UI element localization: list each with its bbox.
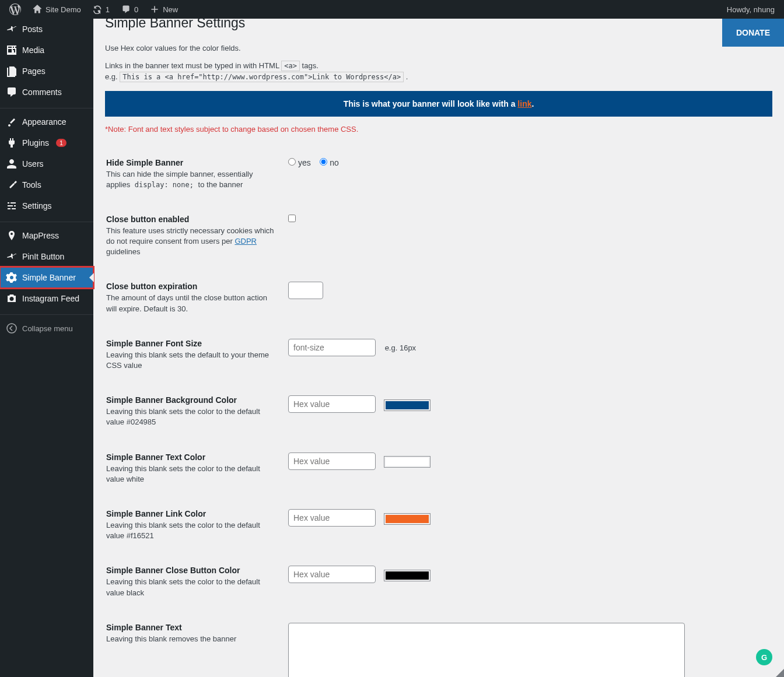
comment-icon <box>6 86 18 98</box>
banner-text-label: Simple Banner Text <box>106 623 275 632</box>
hide-yes-option[interactable]: yes <box>288 158 311 167</box>
close-color-input[interactable] <box>288 566 376 583</box>
settings-form: Hide Simple Banner This can hide the sim… <box>105 145 772 678</box>
close-exp-label: Close button expiration <box>106 282 275 291</box>
font-size-desc: Leaving this blank sets the default to y… <box>106 350 275 371</box>
font-size-label: Simple Banner Font Size <box>106 339 275 348</box>
menu-separator <box>0 219 93 222</box>
sidebar-label: Users <box>22 159 44 169</box>
comment-icon <box>121 5 131 14</box>
site-name-label: Site Demo <box>46 5 81 14</box>
comments-menu[interactable]: 0 <box>117 0 143 19</box>
bg-color-swatch[interactable] <box>384 399 430 411</box>
resize-handle[interactable] <box>776 669 784 677</box>
site-name-menu[interactable]: Site Demo <box>28 0 86 19</box>
grammarly-widget[interactable]: G <box>756 649 772 665</box>
theme-note: *Note: Font and text styles subject to c… <box>105 125 772 134</box>
media-icon <box>6 44 18 56</box>
link-color-input[interactable] <box>288 509 376 527</box>
sidebar-item-pinit[interactable]: PinIt Button <box>0 246 93 267</box>
bg-color-label: Simple Banner Background Color <box>106 395 275 405</box>
sidebar-item-posts[interactable]: Posts <box>0 19 93 40</box>
sidebar-item-comments[interactable]: Comments <box>0 82 93 103</box>
link-color-swatch[interactable] <box>384 513 430 525</box>
pin-icon <box>6 251 18 262</box>
sidebar-item-simple-banner[interactable]: Simple Banner <box>0 267 93 288</box>
sidebar-item-pages[interactable]: Pages <box>0 61 93 82</box>
font-size-input[interactable] <box>288 339 376 356</box>
donate-button[interactable]: DONATE <box>722 19 784 47</box>
svg-point-0 <box>7 324 16 333</box>
sidebar-label: MapPress <box>22 231 59 240</box>
banner-preview-link[interactable]: link <box>517 99 531 108</box>
hide-banner-desc: This can hide the simple banner, essenti… <box>106 169 275 190</box>
text-color-label: Simple Banner Text Color <box>106 452 275 462</box>
camera-icon <box>6 293 18 304</box>
sidebar-label: Comments <box>22 87 62 97</box>
collapse-menu-button[interactable]: Collapse menu <box>0 318 93 339</box>
hide-banner-label: Hide Simple Banner <box>106 158 275 167</box>
hide-no-option[interactable]: no <box>320 158 338 167</box>
text-color-swatch[interactable] <box>384 456 430 468</box>
intro-hex: Use Hex color values for the color field… <box>105 43 772 54</box>
close-btn-checkbox[interactable] <box>288 215 296 222</box>
gear-icon <box>6 272 18 283</box>
text-color-desc: Leaving this blank sets the color to the… <box>106 464 275 485</box>
sidebar-label: Tools <box>22 180 41 190</box>
bg-color-input[interactable] <box>288 395 376 413</box>
close-color-swatch[interactable] <box>384 570 430 581</box>
close-exp-desc: The amount of days until the close butto… <box>106 293 275 314</box>
sidebar-item-tools[interactable]: Tools <box>0 174 93 195</box>
main-content: Simple Banner Settings DONATE Use Hex co… <box>93 9 784 677</box>
text-color-input[interactable] <box>288 452 376 470</box>
gdpr-link[interactable]: GDPR <box>235 237 257 245</box>
sidebar-label: Plugins <box>22 138 49 148</box>
pin-icon <box>6 23 18 35</box>
plus-icon <box>150 5 159 14</box>
refresh-icon <box>93 5 102 14</box>
wp-logo-menu[interactable] <box>5 0 26 19</box>
close-btn-desc: This feature uses strictly necessary coo… <box>106 226 275 258</box>
account-menu[interactable]: Howdy, nhung <box>722 0 779 19</box>
banner-text-desc: Leaving this blank removes the banner <box>106 634 275 644</box>
comments-count: 0 <box>134 5 138 14</box>
menu-separator <box>0 312 93 315</box>
wrench-icon <box>6 179 18 191</box>
link-color-label: Simple Banner Link Color <box>106 509 275 518</box>
sidebar-item-media[interactable]: Media <box>0 40 93 61</box>
hide-no-radio[interactable] <box>320 158 327 166</box>
home-icon <box>33 5 42 14</box>
collapse-label: Collapse menu <box>22 324 73 333</box>
font-size-hint: e.g. 16px <box>385 343 416 352</box>
sidebar-item-settings[interactable]: Settings <box>0 195 93 216</box>
plugins-badge: 1 <box>56 139 66 147</box>
collapse-icon <box>6 322 18 334</box>
wordpress-icon <box>9 3 21 15</box>
howdy-label: Howdy, nhung <box>727 5 775 14</box>
close-exp-input[interactable] <box>288 282 323 299</box>
sidebar-label: Simple Banner <box>22 273 76 282</box>
sidebar-label: PinIt Button <box>22 252 64 261</box>
bg-color-desc: Leaving this blank sets the color to the… <box>106 406 275 427</box>
new-label: New <box>163 5 178 14</box>
sidebar-item-instagram[interactable]: Instagram Feed <box>0 288 93 309</box>
active-arrow <box>89 273 94 282</box>
brush-icon <box>6 116 18 128</box>
sidebar-item-plugins[interactable]: Plugins 1 <box>0 132 93 153</box>
updates-count: 1 <box>106 5 110 14</box>
updates-menu[interactable]: 1 <box>88 0 114 19</box>
sidebar-label: Instagram Feed <box>22 294 79 303</box>
hide-yes-radio[interactable] <box>288 158 296 166</box>
sidebar-label: Posts <box>22 24 43 34</box>
close-color-desc: Leaving this blank sets the color to the… <box>106 577 275 598</box>
banner-preview: This is what your banner will look like … <box>105 91 772 117</box>
admin-bar: Site Demo 1 0 New Howdy, nhung <box>0 0 784 19</box>
sidebar-item-mappress[interactable]: MapPress <box>0 225 93 246</box>
close-btn-label: Close button enabled <box>106 215 275 224</box>
close-color-label: Simple Banner Close Button Color <box>106 566 275 575</box>
sidebar-item-users[interactable]: Users <box>0 153 93 174</box>
link-color-desc: Leaving this blank sets the color to the… <box>106 520 275 541</box>
sidebar-item-appearance[interactable]: Appearance <box>0 111 93 132</box>
banner-text-textarea[interactable] <box>288 623 685 677</box>
new-content-menu[interactable]: New <box>145 0 183 19</box>
